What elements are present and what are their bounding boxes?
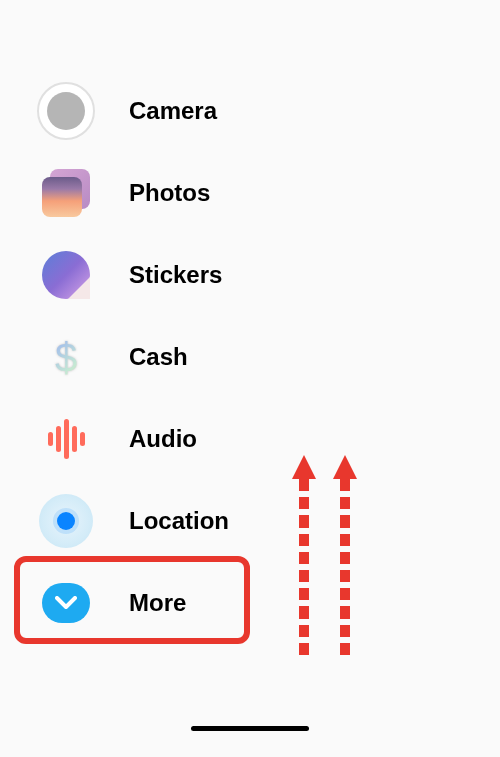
menu-item-audio[interactable]: Audio [35, 398, 275, 480]
menu-label-cash: Cash [129, 343, 188, 371]
photos-icon [35, 162, 97, 224]
home-indicator[interactable] [191, 726, 309, 731]
menu-item-photos[interactable]: Photos [35, 152, 275, 234]
more-chevron-icon [35, 572, 97, 634]
menu-label-more: More [129, 589, 186, 617]
menu-label-location: Location [129, 507, 229, 535]
annotation-arrow-up-2 [338, 455, 352, 655]
cash-icon: $ [35, 326, 97, 388]
location-icon [35, 490, 97, 552]
menu-label-camera: Camera [129, 97, 217, 125]
audio-waveform-icon [35, 408, 97, 470]
menu-item-cash[interactable]: $ Cash [35, 316, 275, 398]
menu-item-location[interactable]: Location [35, 480, 275, 562]
annotation-arrow-up-1 [297, 455, 311, 655]
menu-label-photos: Photos [129, 179, 210, 207]
menu-item-camera[interactable]: Camera [35, 70, 275, 152]
menu-label-stickers: Stickers [129, 261, 222, 289]
menu-item-more[interactable]: More [35, 562, 275, 644]
menu-item-stickers[interactable]: Stickers [35, 234, 275, 316]
stickers-icon [35, 244, 97, 306]
menu-label-audio: Audio [129, 425, 197, 453]
app-drawer-menu: Camera Photos Stickers $ Cash [35, 70, 275, 644]
camera-icon [35, 80, 97, 142]
